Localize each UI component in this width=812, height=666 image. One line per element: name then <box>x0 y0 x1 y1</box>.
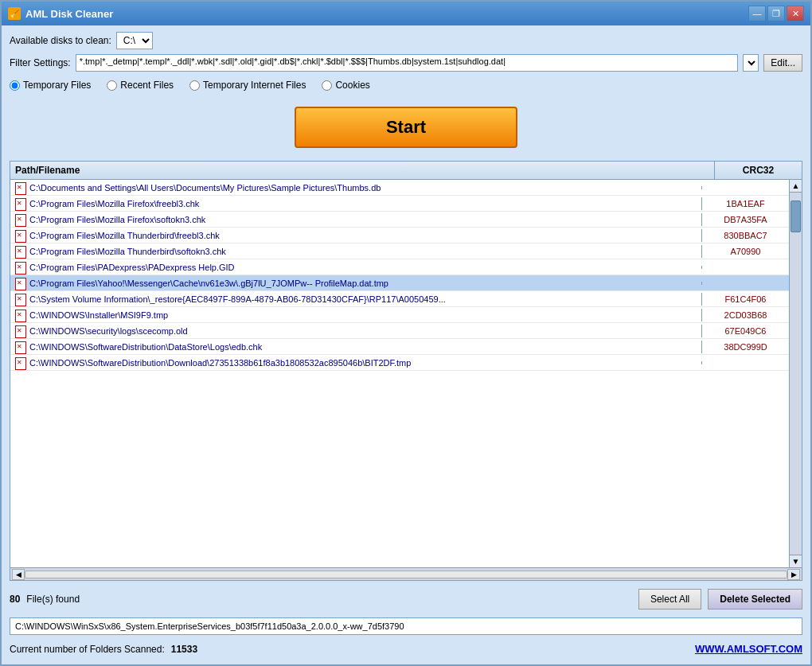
file-icon <box>15 325 26 337</box>
content-area: Available disks to clean: C:\ D:\ E:\ Fi… <box>2 25 810 664</box>
radio-cookies[interactable]: Cookies <box>322 80 369 91</box>
file-list-header: Path/Filename CRC32 <box>10 162 802 180</box>
titlebar: 🧹 AML Disk Cleaner — ❐ ✕ <box>2 2 810 25</box>
window-title: AML Disk Cleaner <box>25 8 113 20</box>
file-crc-cell: 830BBAC7 <box>701 229 789 242</box>
start-button[interactable]: Start <box>295 107 517 148</box>
start-button-container: Start <box>10 99 802 156</box>
file-crc-cell: F61C4F06 <box>701 293 789 306</box>
close-button[interactable]: ✕ <box>787 6 804 21</box>
file-path-cell: C:\Program Files\Yahoo!\Messenger\Cache\… <box>10 276 701 290</box>
footer-label: Current number of Folders Scanned: <box>10 644 165 655</box>
file-icon <box>15 278 26 289</box>
file-path-cell: C:\WINDOWS\SoftwareDistribution\Download… <box>10 356 701 370</box>
file-crc-cell: 38DC999D <box>701 341 789 353</box>
file-path-cell: C:\Documents and Settings\All Users\Docu… <box>10 181 701 195</box>
file-list-body[interactable]: C:\Documents and Settings\All Users\Docu… <box>10 180 789 567</box>
app-icon: 🧹 <box>8 7 21 20</box>
radio-recent-files[interactable]: Recent Files <box>107 80 174 91</box>
file-list-container: Path/Filename CRC32 C:\Documents and Set… <box>10 161 802 581</box>
file-path-cell: C:\WINDOWS\SoftwareDistribution\DataStor… <box>10 340 701 354</box>
table-row[interactable]: C:\WINDOWS\security\logs\scecomp.old67E0… <box>10 323 789 339</box>
table-row[interactable]: C:\Documents and Settings\All Users\Docu… <box>10 180 789 196</box>
table-row[interactable]: C:\Program Files\Yahoo!\Messenger\Cache\… <box>10 275 789 291</box>
bottom-buttons: Select All Delete Selected <box>638 589 802 610</box>
table-row[interactable]: C:\Program Files\PADexpress\PADexpress H… <box>10 259 789 275</box>
scroll-up-btn[interactable]: ▲ <box>790 180 802 193</box>
footer: Current number of Folders Scanned: 11533… <box>10 640 802 658</box>
file-icon <box>15 262 26 273</box>
file-icon <box>15 310 26 321</box>
filter-dropdown[interactable] <box>743 54 759 72</box>
file-path-cell: C:\Program Files\Mozilla Thunderbird\sof… <box>10 244 701 259</box>
files-found-label: File(s) found <box>26 594 80 605</box>
header-path: Path/Filename <box>10 162 714 179</box>
file-path-cell: C:\Program Files\Mozilla Thunderbird\fre… <box>10 228 701 243</box>
file-icon <box>15 230 26 241</box>
disk-selector-row: Available disks to clean: C:\ D:\ E:\ <box>10 32 802 49</box>
table-row[interactable]: C:\WINDOWS\SoftwareDistribution\Download… <box>10 355 789 371</box>
edit-button[interactable]: Edit... <box>763 54 802 72</box>
header-crc: CRC32 <box>714 162 802 179</box>
table-row[interactable]: C:\Program Files\Mozilla Firefox\softokn… <box>10 212 789 228</box>
file-icon <box>15 214 26 225</box>
file-list-wrapper: C:\Documents and Settings\All Users\Docu… <box>10 180 802 567</box>
scroll-left-btn[interactable]: ◀ <box>12 569 25 580</box>
restore-button[interactable]: ❐ <box>767 6 785 21</box>
radio-temporary-files[interactable]: Temporary Files <box>10 80 91 91</box>
delete-selected-button[interactable]: Delete Selected <box>708 589 802 610</box>
file-crc-cell <box>701 361 789 364</box>
disk-selector[interactable]: C:\ D:\ E:\ <box>116 32 153 49</box>
table-row[interactable]: C:\System Volume Information\_restore{AE… <box>10 291 789 307</box>
radio-temp-internet-files[interactable]: Temporary Internet Files <box>189 80 306 91</box>
minimize-button[interactable]: — <box>748 6 766 21</box>
file-icon <box>15 198 26 209</box>
file-crc-cell <box>701 186 789 189</box>
status-path: C:\WINDOWS\WinSxS\x86_System.EnterpriseS… <box>10 617 802 635</box>
file-icon <box>15 246 26 257</box>
select-all-button[interactable]: Select All <box>638 589 701 610</box>
file-path-cell: C:\Program Files\PADexpress\PADexpress H… <box>10 260 701 275</box>
file-crc-cell: DB7A35FA <box>701 213 789 226</box>
file-icon <box>15 182 26 193</box>
file-crc-cell <box>701 266 789 269</box>
file-crc-cell: 67E049C6 <box>701 325 789 337</box>
file-count: 80 <box>10 594 20 605</box>
file-path-cell: C:\System Volume Information\_restore{AE… <box>10 292 701 306</box>
vertical-scrollbar[interactable]: ▲ ▼ <box>789 180 802 567</box>
file-icon <box>15 341 26 352</box>
hscroll-track[interactable] <box>25 571 787 578</box>
file-crc-cell <box>701 282 789 285</box>
table-row[interactable]: C:\Program Files\Mozilla Thunderbird\sof… <box>10 243 789 259</box>
file-icon <box>15 357 26 368</box>
file-path-cell: C:\WINDOWS\Installer\MSI9F9.tmp <box>10 308 701 322</box>
folder-count: 11533 <box>171 644 197 655</box>
table-row[interactable]: C:\Program Files\Mozilla Firefox\freebl3… <box>10 196 789 212</box>
disk-selector-label: Available disks to clean: <box>10 35 111 46</box>
scroll-right-btn[interactable]: ▶ <box>787 569 800 580</box>
filter-input-display: *.tmp|*._detmp|*.templ*._ddl|*.wbk|*.sdl… <box>76 54 739 72</box>
file-crc-cell: A70990 <box>701 245 789 258</box>
brand-link[interactable]: WWW.AMLSOFT.COM <box>695 643 802 655</box>
file-icon <box>15 294 26 305</box>
table-row[interactable]: C:\WINDOWS\Installer\MSI9F9.tmp2CD03B68 <box>10 307 789 323</box>
scroll-thumb[interactable] <box>791 201 801 232</box>
file-crc-cell: 2CD03B68 <box>701 309 789 321</box>
filter-row: Filter Settings: *.tmp|*._detmp|*.templ*… <box>10 54 802 72</box>
window-controls: — ❐ ✕ <box>748 6 804 21</box>
file-crc-cell: 1BA1EAF <box>701 197 789 210</box>
file-path-cell: C:\WINDOWS\security\logs\scecomp.old <box>10 324 701 338</box>
file-path-cell: C:\Program Files\Mozilla Firefox\softokn… <box>10 212 701 227</box>
scroll-track[interactable] <box>790 193 802 555</box>
file-path-cell: C:\Program Files\Mozilla Firefox\freebl3… <box>10 197 701 211</box>
bottom-bar: 80 File(s) found Select All Delete Selec… <box>10 586 802 613</box>
table-row[interactable]: C:\Program Files\Mozilla Thunderbird\fre… <box>10 228 789 243</box>
filter-label: Filter Settings: <box>10 57 71 68</box>
table-row[interactable]: C:\WINDOWS\SoftwareDistribution\DataStor… <box>10 339 789 355</box>
radio-group: Temporary Files Recent Files Temporary I… <box>10 76 802 94</box>
scroll-down-btn[interactable]: ▼ <box>790 555 802 567</box>
main-window: 🧹 AML Disk Cleaner — ❐ ✕ Available disks… <box>0 0 812 666</box>
horizontal-scrollbar[interactable]: ◀ ▶ <box>10 567 802 580</box>
